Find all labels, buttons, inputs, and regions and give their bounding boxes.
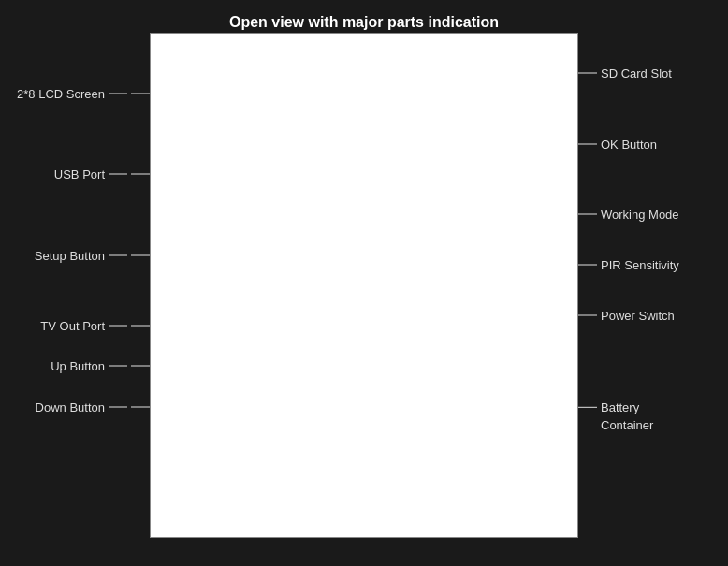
label-pir-sensitivity: PIR Sensitivity [578, 258, 679, 272]
page-title: Open view with major parts indication [0, 5, 728, 31]
label-up-button: Up Button [51, 359, 150, 373]
right-labels-container: SD Card Slot OK Button Working Mode PIR … [578, 33, 728, 538]
label-lcd-screen: 2*8 LCD Screen [17, 86, 150, 100]
label-ok-button: OK Button [578, 137, 657, 151]
label-tv-out-port: TV Out Port [40, 319, 150, 333]
label-down-button: Down Button [36, 399, 150, 414]
label-battery-container: BatteryContainer [578, 399, 653, 433]
label-sd-card-slot: SD Card Slot [578, 66, 672, 80]
label-usb-port: USB Port [54, 167, 150, 181]
left-labels-container: 2*8 LCD Screen USB Port Setup Button TV … [0, 33, 150, 538]
label-power-switch: Power Switch [578, 309, 675, 323]
diagram-box [150, 33, 578, 538]
label-working-mode: Working Mode [578, 208, 679, 222]
label-setup-button: Setup Button [35, 248, 150, 262]
